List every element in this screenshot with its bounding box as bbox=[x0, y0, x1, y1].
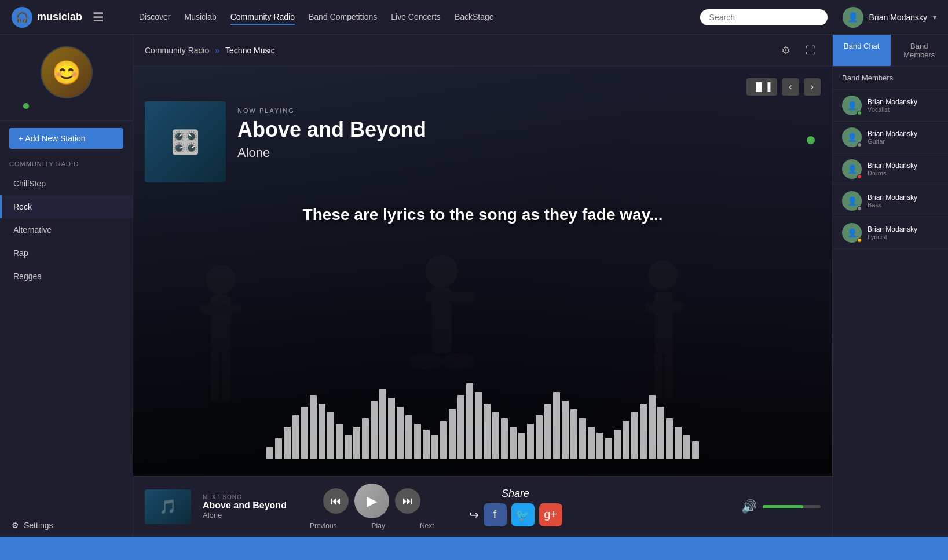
panel-tabs: Band ChatBand Members bbox=[833, 35, 948, 67]
breadcrumb-current: Techno Music bbox=[225, 46, 275, 55]
player-content: ▐▌▐ ‹ › 🎛️ NOW PLAYING Above and Beyond … bbox=[133, 67, 832, 476]
play-label: Play bbox=[372, 522, 385, 530]
eq-bar-31 bbox=[536, 415, 543, 459]
member-item-2: 👤Brian ModanskyDrums bbox=[833, 153, 948, 185]
eq-bar-29 bbox=[518, 433, 525, 459]
player-online-indicator bbox=[807, 136, 815, 144]
breadcrumb-actions: ⚙ ⛶ bbox=[777, 42, 821, 59]
eq-bar-7 bbox=[327, 412, 334, 459]
member-avatar-3: 👤 bbox=[842, 191, 862, 211]
twitter-share-button[interactable]: 🐦 bbox=[511, 503, 535, 526]
member-name-0: Brian Modansky bbox=[868, 98, 939, 106]
player-next-button[interactable]: › bbox=[804, 78, 821, 96]
member-item-0: 👤Brian ModanskyVocalist bbox=[833, 90, 948, 122]
user-name: Brian Modansky bbox=[869, 13, 927, 22]
sidebar-item-rap[interactable]: Rap bbox=[0, 241, 133, 265]
playback-controls: ⏮ ▶ ⏭ Previous Play Next bbox=[310, 484, 434, 530]
volume-fill bbox=[763, 505, 803, 508]
eq-bar-1 bbox=[275, 438, 282, 459]
breadcrumb-separator: » bbox=[215, 46, 219, 55]
avatar: 👤 bbox=[843, 7, 863, 28]
eq-bar-33 bbox=[553, 392, 560, 459]
track-title: Above and Beyond bbox=[237, 118, 426, 142]
member-item-3: 👤Brian ModanskyBass bbox=[833, 185, 948, 217]
right-panel: Band ChatBand Members Band Members 👤Bria… bbox=[832, 35, 948, 537]
googleplus-share-button[interactable]: g+ bbox=[539, 503, 562, 526]
share-arrow-icon: ↪ bbox=[469, 508, 479, 522]
settings-item[interactable]: ⚙ Settings bbox=[0, 514, 133, 537]
player-controls-top: ▐▌▐ ‹ › bbox=[145, 78, 821, 96]
panel-tab-band-chat[interactable]: Band Chat bbox=[833, 35, 891, 66]
member-name-3: Brian Modansky bbox=[868, 193, 939, 202]
top-navigation: 🎧 musiclab ☰ DiscoverMusiclabCommunity R… bbox=[0, 0, 948, 35]
hamburger-icon[interactable]: ☰ bbox=[93, 10, 103, 24]
eq-bar-19 bbox=[431, 435, 438, 459]
player-prev-button[interactable]: ‹ bbox=[782, 78, 799, 96]
eq-bar-36 bbox=[579, 418, 586, 459]
eq-bar-11 bbox=[362, 418, 369, 459]
player-bottom: 🎵 NEXT SONG Above and Beyond Alone ⏮ ▶ ⏭… bbox=[133, 476, 832, 537]
nav-link-backstage[interactable]: BackStage bbox=[455, 10, 494, 25]
member-name-1: Brian Modansky bbox=[868, 130, 939, 138]
nav-link-live-concerts[interactable]: Live Concerts bbox=[391, 10, 441, 25]
previous-button[interactable]: ⏮ bbox=[323, 488, 349, 514]
eq-bar-40 bbox=[614, 430, 621, 459]
next-button[interactable]: ⏭ bbox=[395, 488, 420, 514]
band-members-label: Band Members bbox=[833, 67, 948, 90]
facebook-share-button[interactable]: f bbox=[484, 503, 507, 526]
member-avatar-0: 👤 bbox=[842, 96, 862, 115]
eq-bar-2 bbox=[284, 427, 291, 459]
eq-bar-26 bbox=[492, 412, 499, 459]
search-input[interactable] bbox=[709, 13, 818, 22]
player-area: ▐▌▐ ‹ › 🎛️ NOW PLAYING Above and Beyond … bbox=[133, 67, 832, 476]
eq-bar-38 bbox=[596, 433, 603, 459]
profile-section: 😊 bbox=[0, 35, 133, 121]
next-song-thumbnail: 🎵 bbox=[145, 489, 191, 524]
member-info-4: Brian ModanskyLyricist bbox=[868, 225, 939, 240]
eq-bar-42 bbox=[631, 412, 638, 459]
sidebar-item-reggea[interactable]: Reggea bbox=[0, 265, 133, 288]
breadcrumb-parent[interactable]: Community Radio bbox=[145, 46, 209, 55]
eq-bar-49 bbox=[692, 441, 699, 459]
member-role-3: Bass bbox=[868, 202, 939, 208]
eq-bar-20 bbox=[440, 421, 447, 459]
share-label: Share bbox=[502, 488, 529, 500]
add-station-button[interactable]: + Add New Station bbox=[9, 128, 123, 149]
eq-bar-22 bbox=[457, 395, 464, 459]
eq-bar-23 bbox=[466, 383, 473, 459]
sidebar-item-chillstep[interactable]: ChillStep bbox=[0, 172, 133, 195]
eq-bar-48 bbox=[683, 435, 690, 459]
eq-bar-4 bbox=[301, 407, 308, 459]
play-button[interactable]: ▶ bbox=[354, 484, 389, 518]
member-name-4: Brian Modansky bbox=[868, 225, 939, 233]
sidebar-item-alternative[interactable]: Alternative bbox=[0, 218, 133, 241]
member-status-dot-0 bbox=[857, 111, 862, 115]
eq-bar-18 bbox=[423, 430, 430, 459]
member-item-1: 👤Brian ModanskyGuitar bbox=[833, 122, 948, 153]
nav-link-musiclab[interactable]: Musiclab bbox=[184, 10, 216, 25]
lyrics-text: These are lyrics to the song as they fad… bbox=[145, 206, 821, 224]
expand-icon-button[interactable]: ⛶ bbox=[801, 42, 821, 59]
member-name-2: Brian Modansky bbox=[868, 162, 939, 170]
nav-link-discover[interactable]: Discover bbox=[139, 10, 170, 25]
nav-link-community-radio[interactable]: Community Radio bbox=[230, 10, 295, 25]
member-status-dot-2 bbox=[857, 174, 862, 179]
now-playing-label: NOW PLAYING bbox=[237, 107, 426, 114]
visualizer-button[interactable]: ▐▌▐ bbox=[746, 78, 778, 96]
member-status-dot-3 bbox=[857, 206, 862, 211]
member-avatar-1: 👤 bbox=[842, 127, 862, 147]
eq-bar-12 bbox=[371, 401, 378, 459]
nav-link-band-competitions[interactable]: Band Competitions bbox=[309, 10, 377, 25]
member-info-3: Brian ModanskyBass bbox=[868, 193, 939, 208]
panel-tab-band-members[interactable]: Band Members bbox=[891, 35, 949, 66]
member-role-2: Drums bbox=[868, 170, 939, 177]
volume-slider[interactable] bbox=[763, 505, 821, 508]
eq-bar-9 bbox=[345, 435, 352, 459]
settings-label: Settings bbox=[24, 521, 53, 530]
eq-bar-10 bbox=[353, 427, 360, 459]
settings-icon-button[interactable]: ⚙ bbox=[777, 42, 795, 59]
eq-bar-0 bbox=[266, 447, 273, 459]
sidebar-item-rock[interactable]: Rock bbox=[0, 195, 133, 218]
dropdown-arrow-icon[interactable]: ▾ bbox=[933, 13, 936, 21]
eq-bar-32 bbox=[544, 404, 551, 459]
